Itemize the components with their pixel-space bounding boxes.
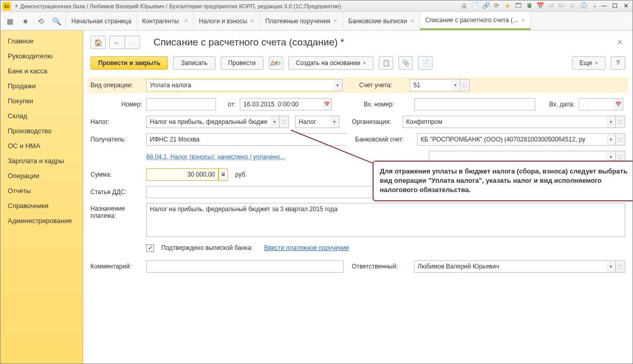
titlebar-icon-star[interactable]: ★: [503, 2, 512, 9]
more-button[interactable]: Еще▾: [572, 56, 606, 70]
titlebar-m[interactable]: M: [547, 3, 556, 9]
tax-open[interactable]: ⬚: [280, 116, 289, 128]
back-button[interactable]: ←: [109, 36, 125, 49]
bank-acc-open[interactable]: ⬚: [616, 133, 625, 146]
tab-close-icon[interactable]: ✕: [250, 18, 254, 24]
action-icon-1[interactable]: 📋: [379, 56, 393, 70]
org-open[interactable]: ⬚: [616, 116, 625, 128]
org-input[interactable]: [403, 116, 607, 128]
date-input[interactable]: [240, 98, 322, 110]
titlebar-icon-3[interactable]: 🔗: [481, 2, 490, 9]
ext-date-input[interactable]: [579, 98, 614, 110]
responsible-dropdown[interactable]: ▾: [607, 260, 616, 273]
recipient-label: Получатель:: [90, 136, 142, 143]
bank-acc-dropdown[interactable]: ▾: [607, 133, 616, 146]
tax-label: Налог:: [90, 118, 142, 125]
currency-label: руб.: [235, 171, 247, 178]
post-button[interactable]: Провести: [221, 56, 264, 70]
help-button[interactable]: ?: [611, 56, 625, 70]
comment-input[interactable]: [146, 260, 344, 273]
titlebar-m-plus[interactable]: M+: [558, 3, 567, 9]
bank-acc-input[interactable]: [417, 133, 607, 146]
tab-payment-orders[interactable]: Платежные поручения✕: [260, 12, 343, 30]
sidebar-item-bank[interactable]: Банк и касса: [1, 64, 83, 78]
sidebar-item-production[interactable]: Производство: [1, 123, 83, 138]
titlebar-m-minus[interactable]: M-: [568, 3, 578, 9]
titlebar-icon-doc[interactable]: 🗔: [514, 2, 523, 9]
op-type-dropdown[interactable]: ▾: [333, 79, 343, 91]
forward-button[interactable]: →: [125, 36, 140, 49]
sidebar-item-warehouse[interactable]: Склад: [1, 108, 83, 123]
page-title: Списание с расчетного счета (создание) *: [153, 37, 344, 48]
account-input[interactable]: [410, 79, 451, 91]
titlebar-icon-refresh[interactable]: ⟳: [492, 2, 501, 9]
date-picker-icon[interactable]: 📅: [322, 98, 332, 110]
tab-taxes[interactable]: Налоги и взносы✕: [194, 12, 260, 30]
titlebar-icon-cal[interactable]: 📅: [536, 2, 545, 9]
titlebar-icon-2[interactable]: 📄: [470, 2, 480, 9]
recipient-input[interactable]: [146, 133, 347, 146]
tab-close-icon[interactable]: ✕: [521, 18, 525, 23]
search-icon[interactable]: 🔍: [50, 15, 63, 27]
tab-close-icon[interactable]: ✕: [184, 18, 188, 24]
confirmed-checkbox[interactable]: ✓: [146, 244, 154, 252]
titlebar-menu-icon[interactable]: ▾: [15, 3, 18, 9]
tax2-input[interactable]: [295, 116, 330, 128]
tax-input[interactable]: [146, 116, 270, 128]
tab-writeoff[interactable]: Списание с расчетного счета (...✕: [420, 12, 531, 30]
home-button[interactable]: 🏠: [90, 36, 106, 49]
titlebar-info-icon[interactable]: ⓘ: [579, 2, 589, 10]
sidebar-item-admin[interactable]: Администрирование: [1, 213, 83, 228]
titlebar-icon-calc[interactable]: 🖩: [525, 2, 534, 9]
apps-icon[interactable]: ▦: [4, 15, 16, 27]
tax-account-link[interactable]: 68.04.1, Налог (взносы): начислено / упл…: [146, 153, 285, 161]
maximize-button[interactable]: ☐: [610, 3, 620, 9]
minimize-button[interactable]: —: [599, 3, 609, 9]
responsible-open[interactable]: ⬚: [616, 260, 625, 273]
purpose-textarea[interactable]: Налог на прибыль, федеральный бюджет за …: [146, 203, 625, 237]
enter-payment-order-link[interactable]: Ввести платежное поручение: [264, 244, 349, 251]
sidebar-item-purchases[interactable]: Покупки: [1, 93, 83, 108]
org-dropdown[interactable]: ▾: [607, 116, 616, 128]
sidebar-item-sales[interactable]: Продажи: [1, 78, 83, 93]
titlebar-info-dd[interactable]: ▾: [590, 4, 599, 9]
action-icon-2[interactable]: 📄: [418, 56, 433, 70]
more-label: Еще: [580, 59, 592, 67]
number-input[interactable]: [146, 98, 216, 110]
ext-date-picker[interactable]: 📅: [614, 98, 623, 110]
tab-start-page[interactable]: Начальная страница: [66, 12, 137, 30]
close-page-button[interactable]: ×: [614, 38, 625, 47]
attach-button[interactable]: 📎: [398, 56, 413, 70]
tab-contractors[interactable]: Контрагенты✕: [137, 12, 194, 30]
titlebar-icon-1[interactable]: 🖨: [459, 2, 469, 9]
content-area: 🏠 ← → Списание с расчетного счета (созда…: [83, 30, 632, 363]
sidebar-item-catalogs[interactable]: Справочники: [1, 198, 83, 213]
sum-input[interactable]: [146, 168, 219, 181]
sidebar-item-manager[interactable]: Руководителю: [1, 49, 83, 64]
sidebar-item-main[interactable]: Главное: [1, 34, 83, 49]
favorites-icon[interactable]: ★: [19, 15, 32, 27]
tax2-dropdown[interactable]: ▾: [330, 116, 339, 128]
sidebar-item-assets[interactable]: ОС и НМА: [1, 138, 83, 153]
tab-close-icon[interactable]: ✕: [410, 18, 414, 24]
tab-close-icon[interactable]: ✕: [333, 18, 337, 24]
create-based-button[interactable]: Создать на основании▾: [288, 56, 374, 70]
account-dropdown[interactable]: ▾: [451, 79, 460, 91]
sidebar-item-hr[interactable]: Зарплата и кадры: [1, 153, 83, 168]
create-based-label: Создать на основании: [296, 59, 361, 67]
history-icon[interactable]: ⟲: [35, 15, 47, 27]
ext-number-input[interactable]: [414, 98, 535, 110]
sidebar-item-operations[interactable]: Операции: [1, 168, 83, 183]
close-window-button[interactable]: ✕: [621, 3, 630, 9]
sidebar-item-reports[interactable]: Отчеты: [1, 183, 83, 198]
dt-kt-button[interactable]: ДтКт: [269, 56, 283, 70]
tab-bank-statements[interactable]: Банковские выписки✕: [343, 12, 420, 30]
account-open[interactable]: ⬚: [460, 79, 470, 91]
op-type-input[interactable]: [146, 79, 333, 91]
responsible-input[interactable]: [414, 260, 607, 273]
op-type-label: Вид операции:: [90, 82, 142, 89]
post-and-close-button[interactable]: Провести и закрыть: [90, 56, 168, 70]
sum-calc-icon[interactable]: 🖩: [219, 168, 228, 181]
write-button[interactable]: Записать: [173, 56, 215, 70]
tax-dropdown[interactable]: ▾: [270, 116, 280, 128]
